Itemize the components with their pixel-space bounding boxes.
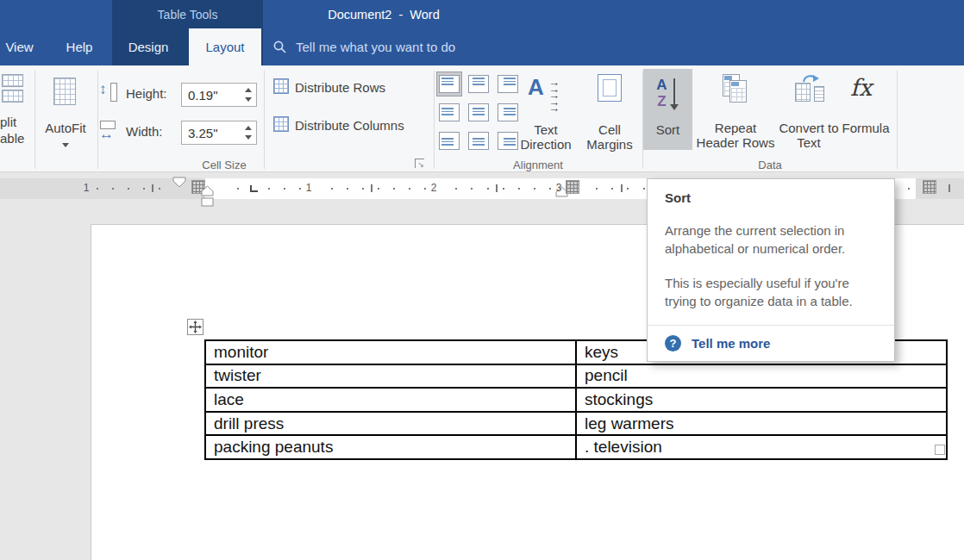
table-row: packing peanuts. television [205,435,947,459]
ruler-tick [471,188,473,190]
ruler-tick [128,188,129,190]
sort-tooltip: Sort Arrange the current selection in al… [647,178,895,362]
align-center-left-icon [439,103,460,121]
ribbon-tab-row: View Help Design Layout Tell me what you… [0,28,964,65]
spin-up-icon[interactable] [245,88,252,92]
tab-help[interactable]: Help [59,28,100,65]
ruler-tick [518,188,520,190]
ruler-tick [424,188,426,190]
sort-az-icon: A Z [655,77,679,111]
document-title: Document2 - Word [285,0,483,28]
tooltip-title: Sort [665,190,877,205]
sort-button[interactable]: A Z Sort [643,69,692,150]
cell-margins-label: Cell Margins [580,122,639,152]
width-spinner[interactable] [241,121,256,144]
align-bottom-center-button[interactable] [466,128,491,153]
distribute-columns-button[interactable]: Distribute Columns [272,115,427,138]
align-center-center-button[interactable] [466,100,491,125]
group-separator [264,71,265,169]
distribute-rows-icon [273,78,289,94]
convert-to-text-button[interactable]: Convert to Text [778,69,840,155]
group-separator [897,71,898,169]
first-line-indent-marker[interactable] [172,177,186,188]
move-icon [189,320,202,333]
tell-me-search[interactable]: Tell me what you want to do [272,28,455,65]
table-column-marker-icon[interactable] [923,180,936,194]
text-direction-icon: A [528,74,544,101]
table-resize-handle[interactable] [935,445,945,455]
ruler-tick [643,188,645,190]
contextual-tab-group-header: Table Tools [112,0,263,28]
distribute-rows-button[interactable]: Distribute Rows [272,78,427,100]
autofit-button[interactable]: AutoFit [39,72,92,165]
height-input[interactable] [181,83,257,107]
spin-up-icon[interactable] [245,126,252,130]
ruler-tick [503,188,504,190]
ruler-tick [347,188,348,190]
tell-me-placeholder: Tell me what you want to do [296,40,455,54]
contextual-tab-group-label: Table Tools [158,8,218,22]
cell-margins-icon [598,74,622,102]
dropdown-arrow-icon [62,143,69,147]
align-top-left-button[interactable] [436,72,462,96]
ruler-tick [455,188,457,190]
ruler-half-inch-tick [152,184,153,192]
split-table-button-partial[interactable]: plit able [0,72,28,159]
ruler-tick [596,188,598,190]
cell-size-group-label: Cell Size [129,159,319,171]
title-bar: Table Tools Document2 - Word [0,0,964,28]
formula-icon: fx [850,74,885,101]
cell-margins-button[interactable]: Cell Margins [579,72,640,159]
align-center-left-button[interactable] [436,100,462,125]
table-cell[interactable]: . television [576,435,947,459]
ruler-tick [112,188,114,190]
height-spinner[interactable] [241,84,256,106]
spin-down-icon[interactable] [245,97,252,102]
align-top-left-icon [439,75,460,93]
repeat-header-rows-button[interactable]: Repeat Header Rows [695,69,776,155]
help-question-icon: ? [665,335,681,352]
ruler-inch-number: 2 [431,182,437,194]
tell-me-more-link[interactable]: Tell me more [692,336,770,351]
repeat-header-rows-label: Repeat Header Rows [695,121,776,150]
ruler-half-inch-tick [621,184,623,192]
table-row: lacestockings [205,388,947,412]
ruler-tick [409,188,410,190]
ruler-tick [268,188,270,190]
formula-label: Formula [838,121,893,135]
align-bottom-left-button[interactable] [436,128,462,153]
width-value-field[interactable] [182,121,245,144]
formula-button[interactable]: fx Formula [838,69,893,155]
hanging-indent-marker[interactable] [201,185,214,209]
table-icon [2,74,23,87]
table-cell[interactable]: drill press [205,412,576,436]
search-icon [272,40,287,54]
text-direction-button[interactable]: A → → → → → Text Direction [516,72,576,159]
tab-design[interactable]: Design [121,28,176,65]
ruler-tick [908,188,910,190]
spin-down-icon[interactable] [245,135,252,140]
table-cell[interactable]: pencil [576,364,947,389]
dialog-launcher-icon[interactable]: ↘ [415,159,424,168]
table-cell[interactable]: leg warmers [576,412,947,436]
table-cell[interactable]: stockings [576,388,947,412]
table-icon [2,90,23,103]
width-input[interactable] [181,121,257,145]
ribbon: plit able AutoFit ↕ Height: ↔ [0,65,964,172]
left-tab-stop-icon[interactable] [250,185,258,192]
table-cell[interactable]: twister [205,364,576,389]
table-column-marker-icon[interactable] [566,180,579,194]
align-top-center-button[interactable] [466,72,491,96]
ruler-tick [97,188,98,190]
tab-view[interactable]: View [0,28,39,65]
ruler-inch-number: 3 [556,182,562,194]
ruler-half-inch-tick [496,184,498,192]
table-move-handle[interactable] [187,319,203,335]
height-value-field[interactable] [182,84,245,106]
table-row: twisterpencil [205,364,947,389]
table-cell[interactable]: packing peanuts [205,435,576,459]
ruler-half-inch-tick [948,184,950,192]
table-cell[interactable]: lace [205,388,576,412]
table-cell[interactable]: monitor [205,340,576,364]
tab-layout[interactable]: Layout [189,28,261,65]
